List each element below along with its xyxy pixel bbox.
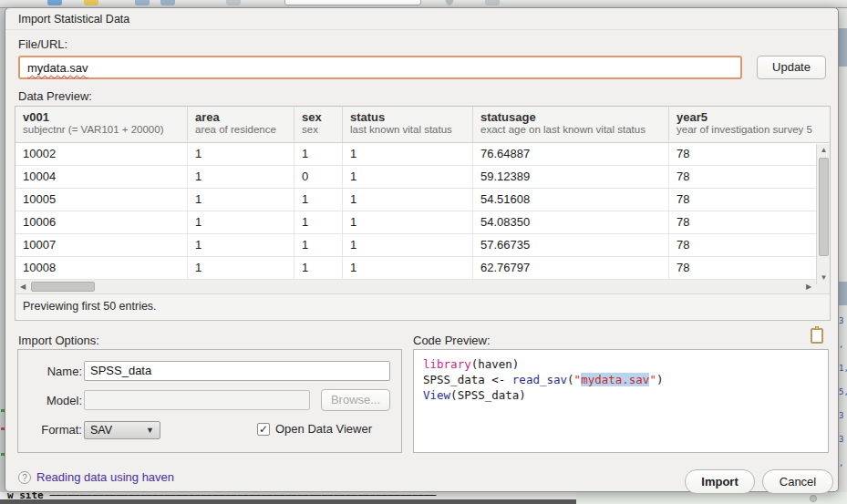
import-statistical-data-dialog: Import Statistical Data File/URL: mydata… [5, 7, 839, 492]
table-cell: 78 [669, 234, 830, 256]
table-cell: 78 [669, 189, 830, 211]
go-to-file-function-input[interactable]: Go to file/function [284, 0, 421, 5]
file-url-value: mydata.sav [27, 61, 88, 75]
browse-button[interactable]: Browse... [321, 389, 390, 411]
table-cell: 10007 [15, 234, 188, 256]
background-code-fragments: 3,1,5,33, [839, 309, 847, 475]
data-preview-table: v001subjectnr (= VAR101 + 20000)areaarea… [15, 106, 831, 321]
column-header-v001: v001subjectnr (= VAR101 + 20000) [15, 107, 188, 142]
table-row: 1000211176.6488778 [15, 143, 830, 166]
table-cell: 54.08350 [473, 211, 669, 233]
import-options-group: Name: SPSS_data Model: Browse... Format:… [17, 349, 402, 453]
table-cell: 10008 [15, 257, 188, 279]
column-header-year5: year5year of investigation survey 5 [669, 107, 830, 142]
open-data-viewer-label: Open Data Viewer [275, 422, 372, 436]
table-cell: 1 [294, 234, 343, 256]
open-data-viewer-checkbox[interactable]: ✓ [257, 423, 270, 436]
table-cell: 0 [294, 166, 343, 188]
column-header-status: statuslast known vital status [343, 107, 473, 142]
pane-divider [0, 499, 576, 504]
code-preview-label: Code Preview: [413, 334, 491, 347]
dialog-title: Import Statistical Data [5, 8, 838, 30]
table-cell: 1 [294, 257, 343, 279]
table-cell: 1 [343, 234, 473, 256]
table-cell: 1 [343, 211, 473, 233]
table-cell: 59.12389 [473, 166, 669, 188]
help-icon[interactable]: ? [18, 471, 31, 484]
pane-icon [810, 495, 817, 502]
code-preview-panel: library(haven)SPSS_data <- read_sav("myd… [413, 349, 829, 453]
dropdown-arrow-icon: ▼ [146, 426, 154, 435]
format-value: SAV [90, 424, 112, 437]
code-line: View(SPSS_data) [423, 387, 819, 403]
workspace-icon[interactable] [485, 0, 500, 5]
copy-code-clipboard-icon[interactable] [811, 328, 823, 344]
name-input[interactable]: SPSS_data [84, 361, 390, 381]
table-row: 1000811162.7679778 [15, 257, 830, 280]
preview-footer-note: Previewing first 50 entries. [15, 294, 830, 320]
table-row: 1000611154.0835078 [15, 211, 830, 234]
column-header-sex: sexsex [294, 107, 343, 142]
history-icon[interactable] [445, 0, 454, 5]
table-cell: 62.76797 [473, 257, 669, 279]
scroll-down-icon[interactable]: ▼ [817, 272, 831, 284]
table-cell: 54.51608 [473, 189, 669, 211]
table-cell: 10005 [15, 189, 188, 211]
table-body: 1000211176.64887781000410159.12389781000… [15, 143, 830, 280]
file-url-label: File/URL: [18, 37, 67, 51]
table-cell: 78 [669, 143, 830, 165]
table-row: 1000711157.6673578 [15, 234, 830, 257]
table-cell: 78 [669, 166, 830, 188]
new-file-icon[interactable] [47, 0, 62, 5]
model-input[interactable] [84, 390, 310, 410]
table-cell: 1 [294, 143, 343, 165]
model-label: Model: [35, 394, 82, 407]
table-row: 1000410159.1238978 [15, 166, 830, 189]
scroll-up-icon[interactable]: ▲ [817, 144, 831, 157]
update-button[interactable]: Update [757, 56, 826, 79]
table-cell: 57.66735 [473, 234, 669, 256]
column-header-area: areaarea of residence [188, 107, 294, 142]
table-cell: 78 [669, 257, 830, 279]
table-cell: 1 [294, 211, 343, 233]
scroll-right-icon[interactable]: ▶ [802, 280, 815, 293]
table-cell: 1 [343, 189, 473, 211]
save-all-icon[interactable] [160, 0, 175, 5]
vertical-scroll-thumb[interactable] [819, 158, 829, 256]
format-label: Format: [35, 423, 82, 437]
help-row[interactable]: ? Reading data using haven [18, 470, 174, 484]
data-preview-label: Data Preview: [18, 89, 92, 103]
help-link[interactable]: Reading data using haven [36, 470, 174, 484]
addins-menu[interactable]: Addins [520, 0, 551, 5]
horizontal-scrollbar[interactable]: ◀ ▶ [15, 280, 830, 294]
table-cell: 10004 [15, 166, 188, 188]
table-cell: 1 [188, 143, 294, 165]
open-data-viewer-option[interactable]: ✓ Open Data Viewer [257, 422, 372, 436]
table-cell: 1 [188, 211, 294, 233]
table-cell: 1 [294, 189, 343, 211]
format-select[interactable]: SAV ▼ [84, 421, 160, 439]
scroll-left-icon[interactable]: ◀ [16, 280, 29, 293]
name-label: Name: [35, 365, 82, 378]
open-folder-icon[interactable] [84, 0, 98, 5]
table-cell: 1 [343, 166, 473, 188]
vertical-scrollbar[interactable]: ▲ ▼ [816, 144, 830, 284]
code-line: SPSS_data <- read_sav("mydata.sav") [423, 372, 819, 387]
table-cell: 10006 [15, 211, 188, 233]
table-cell: 1 [188, 257, 294, 279]
import-options-label: Import Options: [18, 334, 99, 347]
import-button[interactable]: Import [685, 469, 755, 494]
column-header-statusage: statusageexact age on last known vital s… [473, 107, 669, 142]
table-cell: 1 [188, 234, 294, 256]
print-icon[interactable] [226, 0, 241, 5]
table-cell: 1 [343, 257, 473, 279]
table-row: 1000511154.5160878 [15, 189, 830, 211]
cancel-button[interactable]: Cancel [762, 469, 833, 494]
background-right-strip: 3,1,5,33, [839, 8, 847, 492]
horizontal-scroll-thumb[interactable] [31, 282, 95, 292]
file-url-input[interactable]: mydata.sav [18, 56, 742, 79]
table-cell: 1 [188, 189, 294, 211]
table-cell: 78 [669, 211, 830, 233]
save-icon[interactable] [135, 0, 150, 5]
table-cell: 10002 [15, 143, 188, 165]
